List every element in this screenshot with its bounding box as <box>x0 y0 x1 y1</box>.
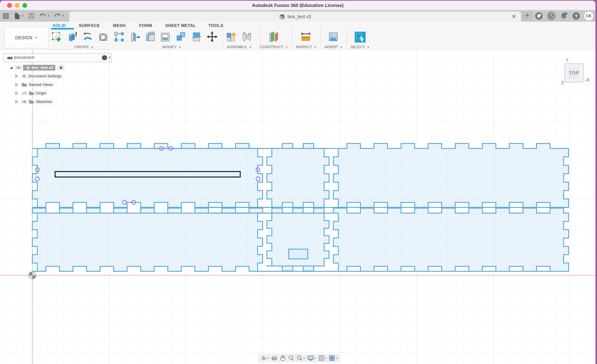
close-tab-icon[interactable]: ✕ <box>510 13 517 20</box>
new-component-icon[interactable] <box>225 31 237 43</box>
shell-icon[interactable] <box>159 31 171 43</box>
chevron-right-icon[interactable] <box>15 100 20 104</box>
quick-access-toolbar: ▾ ▾ ▾ <box>2 10 64 22</box>
account-avatar[interactable]: CE <box>584 12 593 20</box>
browser-row-sketches[interactable]: Sketches <box>3 99 112 105</box>
grid-settings-icon[interactable]: ▾ <box>318 355 327 361</box>
eye-icon[interactable] <box>22 100 27 104</box>
revolve-icon[interactable] <box>82 31 94 43</box>
app-toolbar: ▾ ▾ ▾ box_test v2 ✕ + <box>0 10 595 22</box>
browser-row-origin[interactable]: Origin <box>3 90 112 96</box>
undo-icon[interactable]: ▾ <box>39 13 49 19</box>
browser-row-named-views[interactable]: Named Views <box>3 82 112 88</box>
chevron-right-icon[interactable] <box>15 83 20 87</box>
sketch-point[interactable] <box>35 168 39 172</box>
inspect-group-label[interactable]: INSPECT ▾ <box>296 45 316 49</box>
panel-bottom-left[interactable] <box>32 208 272 271</box>
eye-hidden-icon[interactable] <box>22 91 27 95</box>
sketch-point[interactable] <box>35 177 39 181</box>
modify-group-label[interactable]: MODIFY ▾ <box>162 45 181 49</box>
viewports-icon[interactable]: ▾ <box>329 355 337 361</box>
joint-icon[interactable] <box>241 31 252 43</box>
redo-caret[interactable]: ▾ <box>62 14 64 18</box>
close-window-button[interactable] <box>7 3 12 8</box>
hole-icon[interactable] <box>98 31 109 43</box>
orbit-icon[interactable]: ▾ <box>261 355 269 361</box>
press-pull-icon[interactable] <box>129 31 141 43</box>
chevron-right-icon[interactable] <box>15 91 20 95</box>
chevron-right-icon[interactable] <box>15 74 20 78</box>
viewcube[interactable]: TOP <box>565 63 583 82</box>
sketch-point[interactable] <box>256 168 260 172</box>
undo-caret[interactable]: ▾ <box>48 14 49 18</box>
document-cube-icon <box>279 14 285 20</box>
tab-sheet-metal[interactable]: SHEET METAL <box>165 23 196 28</box>
panel-grip-icon[interactable]: ‖ <box>109 55 110 60</box>
zoom-icon[interactable]: ± <box>288 355 294 361</box>
sketch-point[interactable] <box>160 147 164 150</box>
measure-icon[interactable] <box>300 31 312 43</box>
pan-icon[interactable] <box>280 355 285 361</box>
sketch-point[interactable] <box>122 201 126 204</box>
collapse-panel-icon[interactable]: ◀◀ <box>6 55 12 60</box>
viewcube-face-top[interactable]: TOP <box>568 67 580 79</box>
construct-group-label[interactable]: CONSTRUCT ▾ <box>260 45 287 49</box>
folder-icon <box>29 91 34 95</box>
help-icon[interactable]: ? <box>572 12 581 20</box>
tab-form[interactable]: FORM <box>139 23 152 28</box>
save-icon[interactable] <box>28 13 35 19</box>
tab-mesh[interactable]: MESH <box>113 23 126 28</box>
fillet-icon[interactable] <box>144 31 156 43</box>
title-bar: Autodesk Fusion 360 (Education License) <box>0 1 595 10</box>
file-menu-caret[interactable]: ▾ <box>22 14 23 18</box>
remove-icon[interactable]: – <box>102 55 107 60</box>
expанded-triangle-icon[interactable] <box>9 66 15 70</box>
document-tab[interactable]: box_test v2 ✕ <box>69 12 521 22</box>
extensions-icon[interactable] <box>535 12 543 20</box>
extrude-icon[interactable] <box>66 31 78 43</box>
document-tab-title: box_test v2 <box>288 14 311 19</box>
split-body-icon[interactable] <box>191 31 202 43</box>
fullscreen-window-button[interactable] <box>22 3 27 8</box>
select-window-icon[interactable] <box>354 31 366 43</box>
rectangular-pattern-icon[interactable] <box>113 31 125 43</box>
redo-icon[interactable]: ▾ <box>54 13 64 19</box>
tab-solid[interactable]: SOLID <box>53 23 66 28</box>
insert-group-label[interactable]: INSERT ▾ <box>325 45 342 49</box>
create-group-label[interactable]: CREATE ▾ <box>74 45 93 49</box>
sketch-point[interactable] <box>256 177 260 181</box>
sketch-point[interactable] <box>132 201 136 204</box>
slot-cutout[interactable] <box>289 249 308 259</box>
group-separator <box>126 26 127 46</box>
select-group-label[interactable]: SELECT ▾ <box>351 45 369 49</box>
file-menu-icon[interactable]: ▾ <box>14 12 23 20</box>
browser-row-root[interactable]: box_test v2 <box>3 65 112 71</box>
root-component[interactable]: box_test v2 <box>23 65 55 70</box>
zoom-window-icon[interactable]: ▾ <box>297 355 305 361</box>
design-workspace-dropdown[interactable]: DESIGN ▾ <box>4 27 48 48</box>
browser-header[interactable]: ◀◀ BROWSER – ‖ <box>3 53 112 62</box>
look-at-icon[interactable] <box>271 355 277 361</box>
combine-icon[interactable] <box>175 31 187 43</box>
design-caret: ▾ <box>36 36 37 39</box>
move-copy-icon[interactable] <box>206 31 218 43</box>
browser-row-document-settings[interactable]: Document Settings <box>3 73 112 79</box>
display-settings-icon[interactable]: ▾ <box>307 355 316 361</box>
fusion-window: Autodesk Fusion 360 (Education License) … <box>0 1 595 364</box>
tab-tools[interactable]: TOOLS <box>208 23 224 28</box>
minimize-window-button[interactable] <box>15 3 20 8</box>
sketch-point[interactable] <box>169 147 173 150</box>
selected-sketch-profile[interactable] <box>55 171 240 177</box>
construct-plane-icon[interactable] <box>268 31 280 43</box>
new-tab-button[interactable]: + <box>522 11 532 20</box>
insert-image-icon[interactable] <box>328 31 339 43</box>
notifications-icon[interactable] <box>559 12 568 20</box>
create-sketch-icon[interactable] <box>51 31 62 43</box>
tab-bar-right-icons: ? CE <box>535 10 593 22</box>
assemble-group-label[interactable]: ASSEMBLE ▾ <box>227 45 251 49</box>
eye-icon[interactable] <box>16 65 21 70</box>
app-grid-icon[interactable] <box>2 13 9 19</box>
activate-component-radio[interactable] <box>58 65 63 70</box>
tab-surface[interactable]: SURFACE <box>79 23 100 28</box>
job-status-icon[interactable] <box>547 12 556 20</box>
